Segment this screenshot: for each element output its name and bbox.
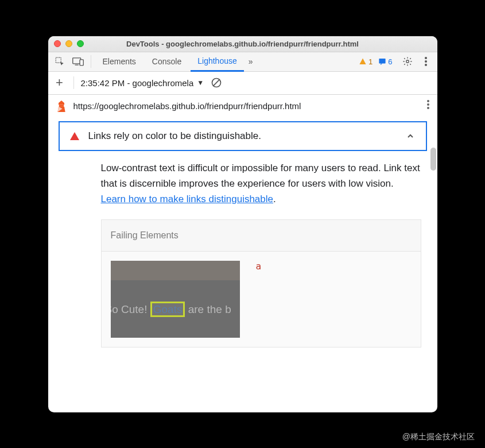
svg-point-6 <box>425 57 427 59</box>
window-controls <box>54 40 84 47</box>
clear-icon[interactable] <box>211 77 222 88</box>
warnings-badge[interactable]: 1 <box>359 57 373 66</box>
thumb-text-post: are the b <box>185 303 231 315</box>
report-selector-label: 2:35:42 PM - googlechromela <box>81 78 194 88</box>
report-menu-icon[interactable] <box>427 100 429 112</box>
svg-point-14 <box>427 107 429 109</box>
svg-point-13 <box>427 103 429 106</box>
element-tag[interactable]: a <box>256 261 262 272</box>
device-toggle-icon[interactable] <box>70 53 86 69</box>
messages-count: 6 <box>388 57 392 66</box>
scrollbar-thumb[interactable] <box>430 148 436 171</box>
more-menu-icon[interactable] <box>418 53 434 69</box>
warnings-count: 1 <box>368 57 373 66</box>
thumb-text-pre: So Cute! <box>111 303 150 315</box>
titlebar: DevTools - googlechromelabs.github.io/fr… <box>48 36 437 52</box>
audit-desc-text: Low-contrast text is difficult or imposs… <box>101 163 420 189</box>
settings-icon[interactable] <box>399 53 416 69</box>
minimize-window-button[interactable] <box>65 40 72 47</box>
thumb-highlight: Goats <box>150 302 185 317</box>
report-content: Links rely on color to be distinguishabl… <box>48 118 437 412</box>
svg-point-12 <box>427 100 429 102</box>
inspect-icon[interactable] <box>52 53 68 69</box>
failing-elements-header: Failing Elements <box>102 220 421 252</box>
divider <box>73 76 74 89</box>
failing-elements-block: Failing Elements So Cute! Goats are the … <box>101 219 421 347</box>
tab-bar: Elements Console Lighthouse » 1 6 <box>48 52 437 72</box>
url-row: https://googlechromelabs.github.io/frien… <box>48 95 437 118</box>
svg-point-8 <box>425 64 427 66</box>
element-screenshot[interactable]: So Cute! Goats are the b <box>111 261 240 338</box>
watermark: @稀土掘金技术社区 <box>402 432 475 442</box>
svg-rect-4 <box>379 59 386 63</box>
learn-more-link[interactable]: Learn how to make links distinguishable <box>101 194 274 204</box>
audit-header[interactable]: Links rely on color to be distinguishabl… <box>59 121 427 151</box>
divider <box>91 55 91 68</box>
tab-lighthouse[interactable]: Lighthouse <box>191 52 244 72</box>
report-selector-dropdown[interactable]: ▼ <box>197 79 204 87</box>
audit-desc-period: . <box>273 194 276 204</box>
messages-badge[interactable]: 6 <box>378 57 392 66</box>
tab-console[interactable]: Console <box>145 52 188 71</box>
failing-elements-body: So Cute! Goats are the b a <box>102 252 421 347</box>
svg-rect-3 <box>80 60 83 65</box>
close-window-button[interactable] <box>54 40 61 47</box>
fail-triangle-icon <box>70 132 79 140</box>
lighthouse-logo-icon <box>56 101 67 112</box>
svg-line-10 <box>213 79 220 86</box>
maximize-window-button[interactable] <box>77 40 84 47</box>
lighthouse-toolbar: + 2:35:42 PM - googlechromela ▼ <box>48 72 437 95</box>
new-report-button[interactable]: + <box>53 75 67 90</box>
svg-rect-11 <box>59 105 63 106</box>
tab-elements[interactable]: Elements <box>96 52 143 71</box>
svg-point-5 <box>406 60 409 63</box>
collapse-icon[interactable] <box>405 131 416 141</box>
audit-title: Links rely on color to be distinguishabl… <box>88 130 396 142</box>
page-url: https://googlechromelabs.github.io/frien… <box>73 101 420 111</box>
svg-point-7 <box>425 60 427 63</box>
window-title: DevTools - googlechromelabs.github.io/fr… <box>88 40 397 48</box>
more-tabs-button[interactable]: » <box>246 57 255 66</box>
audit-description: Low-contrast text is difficult or imposs… <box>101 160 421 207</box>
devtools-window: DevTools - googlechromelabs.github.io/fr… <box>48 36 437 412</box>
